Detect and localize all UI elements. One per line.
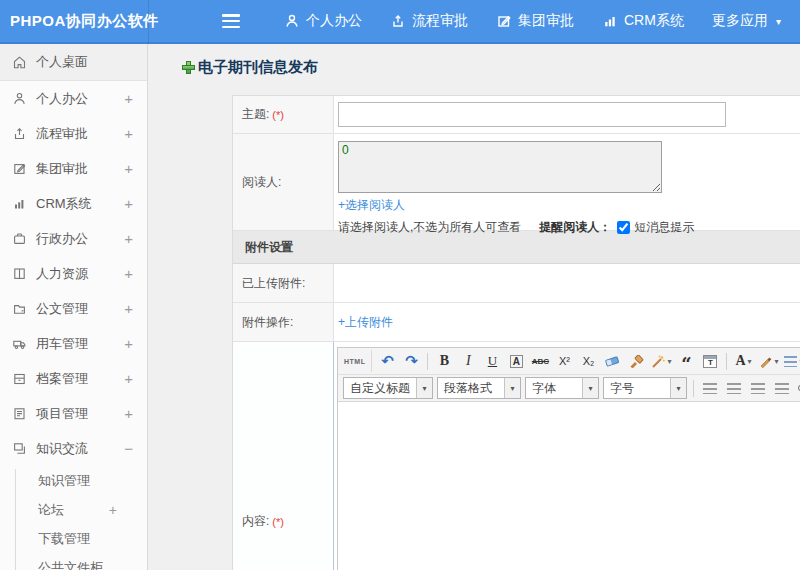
content-row: 内容: (*) HTML ↶ ↷ B I U A ABC X² [233, 342, 800, 570]
sidebar-item-human-resources[interactable]: 人力资源 + [0, 256, 147, 291]
underline-button[interactable]: U [481, 350, 503, 372]
expand-icon[interactable]: + [124, 300, 133, 317]
caret-down-icon: ▾ [667, 357, 671, 366]
nav-label: 流程审批 [412, 12, 468, 30]
nav-crm-system[interactable]: CRM系统 [602, 12, 684, 30]
truck-icon [12, 336, 27, 351]
insert-link-icon[interactable] [795, 377, 800, 399]
strikethrough-button[interactable]: ABC [529, 350, 551, 372]
align-right-icon[interactable] [747, 377, 769, 399]
readers-hint: 请选择阅读人,不选为所有人可查看 [338, 219, 521, 236]
sidebar-item-workflow-approval[interactable]: 流程审批 + [0, 116, 147, 151]
upload-attachment-link[interactable]: +上传附件 [338, 314, 393, 331]
heading-dropdown[interactable]: 自定义标题 ▾ [343, 377, 433, 399]
italic-button[interactable]: I [457, 350, 479, 372]
eraser-icon[interactable] [601, 350, 623, 372]
remind-readers-label: 提醒阅读人： [539, 219, 611, 236]
publish-form: 主题: (*) 阅读人: 0 +选择阅读人 请选择阅读人,不选为所有人可查看 提… [232, 95, 800, 570]
expand-icon[interactable]: + [109, 502, 117, 518]
app-logo: PHPOA协同办公软件 [10, 12, 160, 31]
sidebar-item-knowledge-mgmt[interactable]: 知识管理 [0, 466, 147, 495]
sidebar-item-download-mgmt[interactable]: 下载管理 [0, 524, 147, 553]
toolbar-separator [427, 353, 428, 370]
sidebar-item-public-cabinet[interactable]: 公共文件柜 [0, 553, 147, 570]
editor-content-area[interactable] [338, 401, 800, 570]
blockquote-button[interactable]: “ [675, 350, 697, 372]
expand-icon[interactable]: + [124, 90, 133, 107]
expand-icon[interactable]: + [124, 265, 133, 282]
sidebar-item-personal-desktop[interactable]: 个人桌面 [0, 44, 147, 81]
attachment-actions-label: 附件操作: [233, 303, 334, 341]
sidebar-item-knowledge-exchange[interactable]: 知识交流 − [0, 431, 147, 466]
collapse-icon[interactable]: − [124, 440, 133, 457]
sidebar-item-admin-office[interactable]: 行政办公 + [0, 221, 147, 256]
sidebar-item-vehicle-mgmt[interactable]: 用车管理 + [0, 326, 147, 361]
sidebar-item-document-mgmt[interactable]: 公文管理 + [0, 291, 147, 326]
expand-icon[interactable]: + [124, 160, 133, 177]
required-mark: (*) [272, 109, 284, 121]
readers-hint-line: 请选择阅读人,不选为所有人可查看 提醒阅读人： 短消息提示 [338, 219, 800, 236]
format-brush-icon[interactable] [625, 350, 647, 372]
book-icon [12, 266, 27, 281]
expand-icon[interactable]: + [124, 195, 133, 212]
undo-icon[interactable]: ↶ [376, 350, 398, 372]
sidebar-item-group-approval[interactable]: 集团审批 + [0, 151, 147, 186]
font-family-dropdown[interactable]: 字体 ▾ [525, 377, 599, 399]
person-icon [12, 91, 27, 106]
page-title: 电子期刊信息发布 [198, 58, 318, 77]
nav-label: 个人办公 [306, 12, 362, 30]
sidebar-item-archive-mgmt[interactable]: 档案管理 + [0, 361, 147, 396]
sms-remind-checkbox[interactable] [617, 221, 630, 234]
readers-row: 阅读人: 0 +选择阅读人 请选择阅读人,不选为所有人可查看 提醒阅读人： 短消… [233, 134, 800, 231]
subject-label: 主题: (*) [233, 96, 334, 133]
readers-textarea[interactable]: 0 [338, 141, 662, 193]
nav-more-apps[interactable]: 更多应用 ▾ [712, 12, 781, 30]
content-label: 内容: (*) [233, 342, 334, 570]
subject-input[interactable] [338, 102, 726, 127]
person-icon [284, 13, 300, 29]
html-source-button[interactable]: HTML [342, 350, 372, 372]
doc-list-icon [12, 406, 27, 421]
align-left-icon[interactable] [699, 377, 721, 399]
caret-down-icon: ▾ [582, 378, 598, 398]
expand-icon[interactable]: + [124, 405, 133, 422]
redo-icon[interactable]: ↷ [400, 350, 422, 372]
workflow-icon [390, 13, 406, 29]
sidebar-item-project-mgmt[interactable]: 项目管理 + [0, 396, 147, 431]
expand-icon[interactable]: + [124, 335, 133, 352]
sms-remind-label: 短消息提示 [634, 219, 694, 236]
briefcase-icon [12, 231, 27, 246]
insert-template-button[interactable]: T [699, 350, 721, 372]
ordered-list-icon[interactable]: ▾ [782, 350, 800, 372]
font-size-dropdown[interactable]: 字号 ▾ [603, 377, 687, 399]
nav-personal-office[interactable]: 个人办公 [284, 12, 362, 30]
paragraph-format-dropdown[interactable]: 段落格式 ▾ [437, 377, 521, 399]
caret-down-icon: ▾ [748, 356, 752, 366]
sidebar-item-personal-office[interactable]: 个人办公 + [0, 81, 147, 116]
expand-icon[interactable]: + [124, 370, 133, 387]
uploaded-attachments-label: 已上传附件: [233, 264, 334, 302]
superscript-button[interactable]: X² [553, 350, 575, 372]
editor-toolbar-row1: HTML ↶ ↷ B I U A ABC X² X₂ [338, 348, 800, 375]
menu-icon[interactable] [222, 14, 240, 28]
sidebar-item-crm-system[interactable]: CRM系统 + [0, 186, 147, 221]
select-readers-link[interactable]: +选择阅读人 [338, 197, 405, 214]
magic-wand-icon[interactable]: ▾ [649, 350, 673, 372]
nav-group-approval[interactable]: 集团审批 [496, 12, 574, 30]
highlight-pen-icon[interactable]: ▾ [756, 350, 780, 372]
nav-label: 更多应用 [712, 12, 768, 30]
nav-label: 集团审批 [518, 12, 574, 30]
align-center-icon[interactable] [723, 377, 745, 399]
sidebar-item-forum[interactable]: 论坛 + [0, 495, 147, 524]
font-style-button[interactable]: A [505, 350, 527, 372]
subject-row: 主题: (*) [233, 96, 800, 134]
nav-workflow-approval[interactable]: 流程审批 [390, 12, 468, 30]
expand-icon[interactable]: + [124, 230, 133, 247]
toolbar-separator [693, 380, 694, 397]
subscript-button[interactable]: X₂ [577, 350, 599, 372]
caret-down-icon: ▾ [670, 378, 686, 398]
font-color-button[interactable]: A ▾ [732, 350, 754, 372]
align-justify-icon[interactable] [771, 377, 793, 399]
expand-icon[interactable]: + [124, 125, 133, 142]
bold-button[interactable]: B [433, 350, 455, 372]
